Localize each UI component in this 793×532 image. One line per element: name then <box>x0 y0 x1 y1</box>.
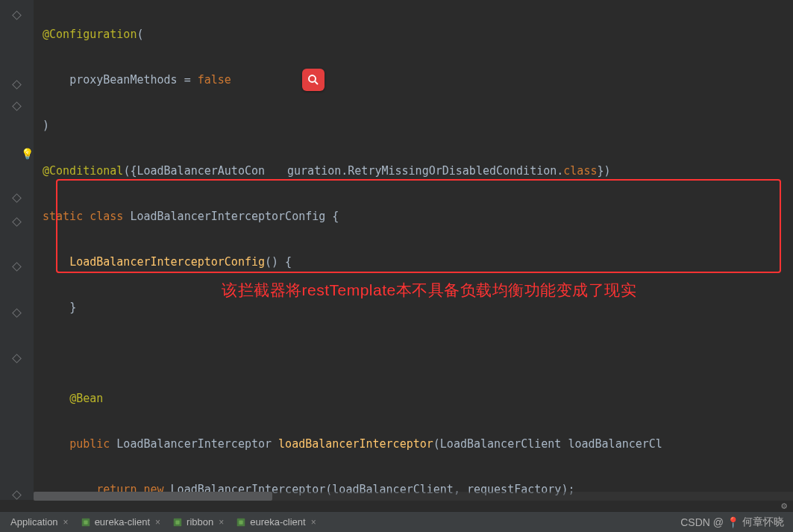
module-icon <box>236 517 246 528</box>
gutter-marker-icon <box>13 191 21 198</box>
horizontal-scrollbar[interactable] <box>34 492 793 501</box>
gutter-marker-icon <box>13 351 21 359</box>
svg-rect-3 <box>84 520 87 524</box>
gutter-marker-icon <box>13 306 21 313</box>
tab-label: eureka-client <box>95 516 150 528</box>
annotation: @Bean <box>69 392 103 405</box>
annotation-text: 该拦截器将restTemplate本不具备负载均衡功能变成了现实 <box>222 279 636 302</box>
text: LoadBalancerInterceptor <box>116 437 278 451</box>
text: ) <box>43 119 49 132</box>
text: guration.RetryMissingOrDisabledCondition… <box>287 164 563 178</box>
keyword: false <box>198 73 231 87</box>
gutter-marker-icon <box>13 488 21 495</box>
text: ({ <box>123 164 137 178</box>
gutter-marker-icon <box>13 215 21 222</box>
watermark-left: CSDN @ <box>680 516 724 528</box>
close-icon[interactable]: × <box>219 517 224 528</box>
bottom-tabs: Application × eureka-client × ribbon × e… <box>0 511 793 532</box>
close-icon[interactable]: × <box>311 517 316 528</box>
text: ( <box>137 28 143 41</box>
module-icon <box>172 517 183 528</box>
text: = <box>178 73 198 87</box>
method: LoadBalancerInterceptorConfig <box>69 255 265 269</box>
watermark-right: 何章怀晓 <box>742 516 784 529</box>
tab-eureka-client-2[interactable]: eureka-client × <box>230 512 322 532</box>
gutter: 💡 <box>0 0 34 500</box>
tab-label: ribbon <box>187 516 213 528</box>
gear-icon[interactable]: ⚙ <box>781 500 787 511</box>
close-icon[interactable]: × <box>155 517 160 528</box>
text: () { <box>265 255 292 269</box>
keyword: class <box>563 164 597 178</box>
svg-rect-5 <box>175 520 179 524</box>
tab-label: Application <box>10 516 58 528</box>
tab-eureka-client[interactable]: eureka-client × <box>75 512 166 532</box>
code-editor[interactable]: 💡 @Configuration( proxyBeanMethods = fal… <box>0 0 793 500</box>
text: LoadBalancerInterceptorConfig { <box>130 210 339 223</box>
text: } <box>69 301 76 314</box>
text: (LoadBalancerClient loadBalancerCl <box>433 437 662 451</box>
text: LoadBalancerAutoCon <box>137 164 265 178</box>
annotation: @Conditional <box>43 164 123 178</box>
text: }) <box>597 164 610 178</box>
keyword: class <box>90 210 130 223</box>
tab-application[interactable]: Application × <box>4 512 75 532</box>
gutter-marker-icon <box>13 99 21 107</box>
tab-ribbon[interactable]: ribbon × <box>166 512 230 532</box>
scrollbar-thumb[interactable] <box>34 492 272 501</box>
method: loadBalancerInterceptor <box>278 437 433 451</box>
text: proxyBeanMethods <box>69 73 178 87</box>
pin-icon: 📍 <box>727 516 739 528</box>
annotation: @Configuration <box>43 28 137 41</box>
close-icon[interactable]: × <box>63 517 69 528</box>
svg-rect-7 <box>239 520 243 524</box>
tab-label: eureka-client <box>250 516 305 528</box>
gutter-marker-icon <box>13 260 21 267</box>
svg-line-1 <box>315 81 318 84</box>
watermark: CSDN @ 📍 何章怀晓 <box>680 516 784 529</box>
intention-bulb-icon[interactable]: 💡 <box>21 148 34 160</box>
svg-point-0 <box>309 75 316 82</box>
code-content[interactable]: @Configuration( proxyBeanMethods = false… <box>34 0 793 500</box>
gutter-marker-icon <box>13 78 21 85</box>
magnify-icon[interactable] <box>302 69 325 91</box>
gutter-marker-icon <box>13 8 21 16</box>
keyword: public <box>69 437 116 451</box>
module-icon <box>81 517 91 528</box>
keyword: static <box>43 210 90 223</box>
